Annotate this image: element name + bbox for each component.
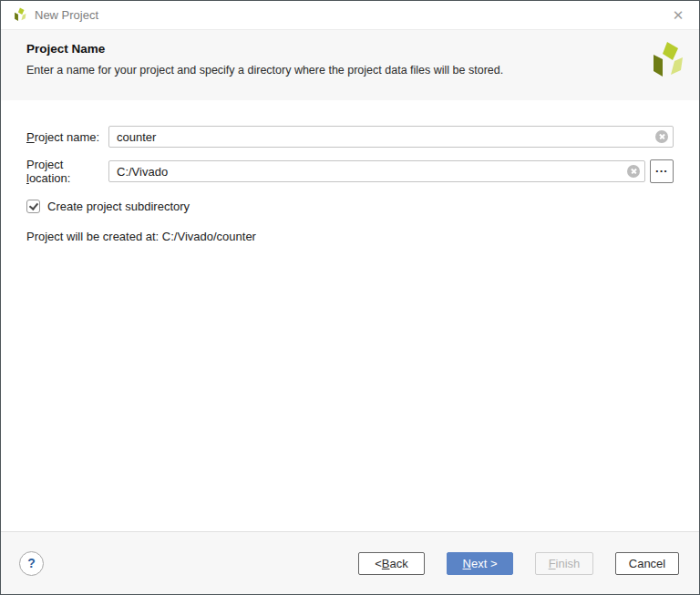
project-name-label: Project name: bbox=[26, 130, 108, 144]
next-button[interactable]: Next > bbox=[447, 552, 513, 575]
project-name-input[interactable] bbox=[108, 126, 674, 148]
question-mark-icon: ? bbox=[27, 556, 36, 570]
subdirectory-checkbox-row: Create project subdirectory bbox=[26, 200, 674, 213]
create-subdirectory-checkbox[interactable] bbox=[26, 200, 40, 213]
window-title: New Project bbox=[35, 8, 98, 22]
project-location-input[interactable] bbox=[108, 160, 645, 182]
browse-location-button[interactable]: ... bbox=[650, 159, 674, 183]
clear-project-name-icon[interactable] bbox=[655, 130, 668, 143]
close-icon[interactable]: ✕ bbox=[668, 5, 688, 26]
vivado-header-logo-icon bbox=[648, 41, 685, 81]
finish-button[interactable]: Finish bbox=[535, 552, 593, 575]
project-location-label: Project location: bbox=[26, 158, 108, 185]
project-name-input-wrap bbox=[108, 126, 674, 148]
project-location-input-wrap bbox=[108, 160, 645, 182]
checkmark-icon bbox=[28, 200, 37, 210]
wizard-footer: ? < Back Next > Finish Cancel bbox=[1, 531, 699, 594]
created-at-text: Project will be created at: C:/Vivado/co… bbox=[26, 230, 674, 243]
back-button[interactable]: < Back bbox=[358, 552, 425, 575]
vivado-logo-icon bbox=[12, 7, 27, 23]
titlebar: New Project ✕ bbox=[1, 1, 699, 30]
project-location-row: Project location: ... bbox=[26, 158, 674, 185]
page-title: Project Name bbox=[26, 42, 635, 56]
clear-project-location-icon[interactable] bbox=[627, 165, 640, 178]
wizard-header: Project Name Enter a name for your proje… bbox=[1, 30, 699, 100]
cancel-button[interactable]: Cancel bbox=[615, 552, 679, 575]
page-description: Enter a name for your project and specif… bbox=[26, 64, 635, 77]
wizard-body: Project name: Project location: ... Crea… bbox=[1, 100, 699, 531]
new-project-dialog: New Project ✕ Project Name Enter a name … bbox=[0, 0, 700, 595]
create-subdirectory-label[interactable]: Create project subdirectory bbox=[47, 200, 190, 213]
help-button[interactable]: ? bbox=[19, 551, 44, 576]
project-name-row: Project name: bbox=[26, 126, 674, 148]
